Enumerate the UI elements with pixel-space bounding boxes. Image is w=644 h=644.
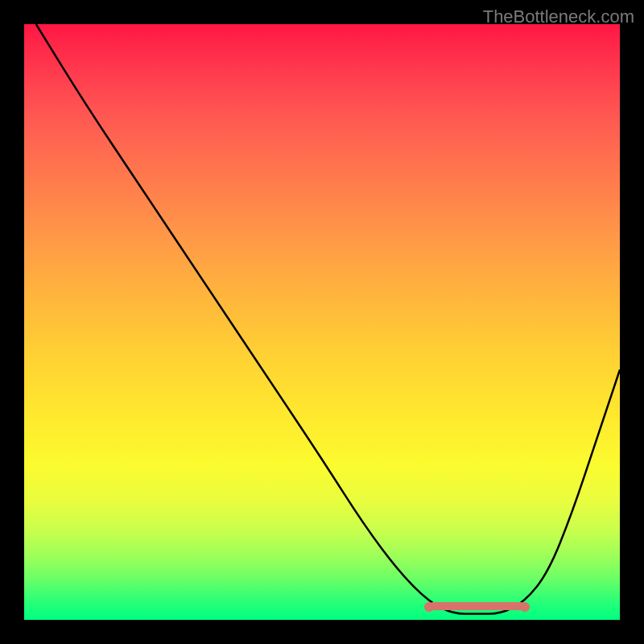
curve-svg bbox=[24, 24, 620, 620]
flat-region-marker bbox=[429, 602, 524, 610]
plot-area bbox=[24, 24, 620, 620]
flat-region-dot-right bbox=[520, 602, 530, 612]
watermark-text: TheBottleneck.com bbox=[483, 6, 634, 27]
curve-path bbox=[36, 24, 620, 614]
